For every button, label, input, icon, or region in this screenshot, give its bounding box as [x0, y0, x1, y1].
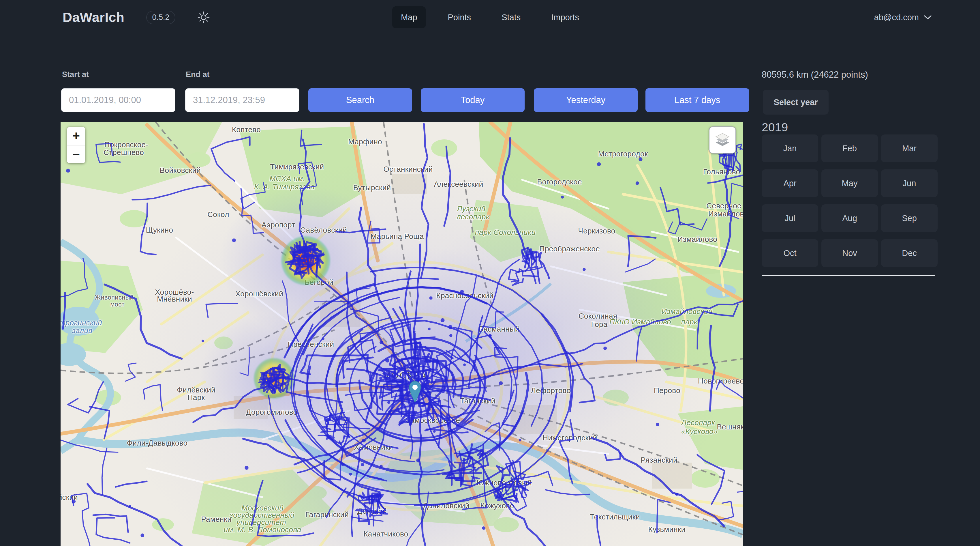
nav-item-points[interactable]: Points — [439, 6, 480, 28]
map-marker-pin[interactable] — [408, 381, 422, 403]
track-layer — [60, 122, 743, 546]
month-button-jan[interactable]: Jan — [762, 134, 818, 162]
month-button-dec[interactable]: Dec — [881, 239, 938, 267]
version-badge: 0.5.2 — [146, 11, 175, 24]
zoom-control: + − — [67, 127, 85, 163]
layers-icon — [714, 132, 731, 148]
select-year-button[interactable]: Select year — [763, 90, 829, 115]
theme-toggle-button[interactable] — [197, 11, 210, 24]
end-at-input[interactable] — [185, 88, 299, 112]
main-nav: MapPointsStatsImports — [392, 6, 588, 29]
start-at-input[interactable] — [61, 88, 175, 112]
month-button-apr[interactable]: Apr — [762, 169, 818, 197]
top-bar: DaWarIch 0.5.2 MapPointsStatsImports ab@… — [0, 0, 980, 35]
distance-summary: 80595.6 km (24622 points) — [762, 70, 868, 80]
search-button[interactable]: Search — [308, 88, 412, 112]
layers-control[interactable] — [709, 126, 736, 153]
month-button-nov[interactable]: Nov — [821, 239, 878, 267]
zoom-in-button[interactable]: + — [67, 127, 85, 145]
start-at-label: Start at — [62, 70, 89, 79]
month-grid: JanFebMarAprMayJunJulAugSepOctNovDec — [762, 134, 938, 267]
yesterday-button[interactable]: Yesterday — [534, 88, 638, 112]
nav-item-map[interactable]: Map — [392, 6, 426, 28]
map-container[interactable]: КоптевоМарфиноПокровское-СтрешневоТимиря… — [60, 122, 743, 546]
month-button-sep[interactable]: Sep — [881, 204, 938, 232]
nav-item-stats[interactable]: Stats — [493, 6, 529, 28]
month-button-mar[interactable]: Mar — [881, 134, 938, 162]
end-at-label: End at — [186, 70, 210, 79]
chevron-down-icon — [924, 15, 932, 20]
dawarich-app: DaWarIch 0.5.2 MapPointsStatsImports ab@… — [0, 0, 980, 546]
panel-divider — [762, 275, 935, 276]
last-7-days-button[interactable]: Last 7 days — [646, 88, 749, 112]
nav-item-imports[interactable]: Imports — [542, 6, 588, 28]
user-email: ab@cd.com — [874, 13, 919, 22]
zoom-out-button[interactable]: − — [67, 145, 85, 163]
sun-icon — [197, 11, 210, 24]
month-button-jun[interactable]: Jun — [881, 169, 938, 197]
month-button-aug[interactable]: Aug — [821, 204, 878, 232]
year-heading: 2019 — [762, 121, 788, 134]
month-button-feb[interactable]: Feb — [821, 134, 878, 162]
month-button-oct[interactable]: Oct — [762, 239, 818, 267]
user-menu[interactable]: ab@cd.com — [874, 0, 932, 35]
today-button[interactable]: Today — [421, 88, 525, 112]
brand-group: DaWarIch 0.5.2 — [63, 0, 210, 35]
month-button-may[interactable]: May — [821, 169, 878, 197]
month-button-jul[interactable]: Jul — [762, 204, 818, 232]
app-logo[interactable]: DaWarIch — [63, 10, 124, 25]
